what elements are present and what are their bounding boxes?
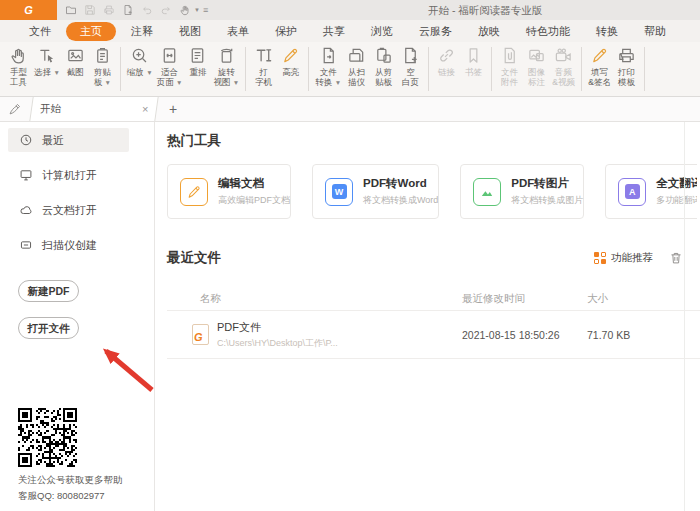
sidebar-item-label: 计算机打开 — [42, 168, 97, 183]
toolbar-zoom-button[interactable]: 缩放 ▼ — [125, 46, 155, 87]
open-file-button[interactable]: 打开文件 — [18, 317, 79, 339]
app-logo: G — [0, 0, 57, 20]
edit-document-icon — [180, 178, 208, 206]
feature-recommend-link[interactable]: 功能推荐 — [594, 251, 653, 265]
toolbar-from-clipboard-button[interactable]: 从剪 贴板 — [370, 46, 397, 87]
sidebar-item-recent[interactable]: 最近 — [8, 128, 129, 152]
window-title: 开始 - 福昕阅读器专业版 — [428, 4, 542, 18]
pdf-file-icon: G — [192, 324, 209, 345]
new-page-icon[interactable] — [122, 4, 134, 16]
toolbar-file-attachment-button[interactable]: 文件 附件 — [496, 46, 523, 87]
blank-page-icon — [401, 46, 420, 65]
card-edit-document[interactable]: 编辑文档 高效编辑PDF文档 — [167, 164, 291, 219]
close-icon[interactable]: × — [142, 103, 148, 115]
toolbar-audio-video-button[interactable]: 音频 &视频 — [550, 46, 577, 87]
toolbar-bookmark-button[interactable]: 书签 — [460, 46, 487, 77]
video-icon — [554, 46, 573, 65]
sidebar: 最近 计算机打开 云文档打开 扫描仪创建 新建PDF 打开文件 关注公众号获取更… — [0, 122, 155, 511]
save-icon[interactable] — [84, 4, 96, 16]
customize-toolbar-icon[interactable]: ≡ — [203, 5, 208, 15]
clipboard-icon — [93, 46, 112, 65]
column-name[interactable]: 名称 — [200, 292, 462, 306]
card-pdf-to-word[interactable]: W PDF转Word 将文档转换成Word — [312, 164, 439, 219]
toolbar-divider — [120, 47, 121, 91]
printer-icon — [617, 46, 636, 65]
menu-slideshow[interactable]: 放映 — [465, 22, 513, 41]
menu-form[interactable]: 表单 — [214, 22, 262, 41]
undo-icon[interactable] — [141, 4, 153, 16]
file-path: C:\Users\HY\Desktop\工作\P... — [217, 337, 338, 350]
menu-file[interactable]: 文件 — [16, 22, 64, 41]
menu-view[interactable]: 视图 — [166, 22, 214, 41]
pdf-to-image-icon — [473, 178, 501, 206]
menu-comment[interactable]: 注释 — [118, 22, 166, 41]
select-icon — [37, 46, 56, 65]
qr-code — [18, 408, 77, 467]
pencil-icon — [590, 46, 609, 65]
zoom-icon — [130, 46, 149, 65]
pen-icon[interactable] — [8, 102, 22, 116]
toolbar-divider — [245, 47, 246, 91]
toolbar-link-button[interactable]: 链接 — [433, 46, 460, 77]
dropdown-caret: ▼ — [335, 79, 341, 86]
monitor-icon — [19, 168, 33, 182]
toolbar-blank-page-button[interactable]: 空 白页 — [397, 46, 424, 87]
clipboard-page-icon — [374, 46, 393, 65]
trash-icon[interactable] — [669, 251, 683, 265]
toolbar-image-annotation-button[interactable]: 图像 标注 — [523, 46, 550, 87]
toolbar-from-scanner-button[interactable]: 从扫 描仪 — [343, 46, 370, 87]
new-tab-button[interactable]: + — [169, 101, 177, 117]
toolbar-clipboard-button[interactable]: 剪贴 板 ▼ — [89, 46, 116, 87]
sidebar-item-label: 最近 — [42, 133, 64, 148]
hand-tool-icon[interactable] — [179, 4, 191, 16]
toolbar-typewriter-button[interactable]: 打 字机 — [250, 46, 277, 87]
toolbar-file-convert-button[interactable]: 文件 转换 ▼ — [313, 46, 343, 87]
recent-files-title: 最近文件 — [167, 249, 221, 267]
sidebar-item-open-cloud[interactable]: 云文档打开 — [8, 198, 129, 222]
scanner-icon — [347, 46, 366, 65]
toolbar-snapshot-button[interactable]: 截图 — [62, 46, 89, 87]
toolbar-divider — [308, 47, 309, 91]
attachment-icon — [500, 46, 519, 65]
grid-icon — [594, 252, 606, 264]
toolbar-print-template-button[interactable]: 打印 模板 — [613, 46, 640, 87]
toolbar-hand-tool-button[interactable]: 手型 工具 — [5, 46, 32, 87]
quick-access-toolbar: ▼ ≡ — [65, 4, 208, 16]
open-file-icon[interactable] — [65, 4, 77, 16]
tab-start[interactable]: 开始 × — [29, 97, 158, 121]
ribbon-toolbar: 手型 工具 选择 ▼ 截图 剪贴 板 ▼ 缩放 ▼ 适合 页面 ▼ 重排 — [0, 42, 700, 97]
recent-files-header: 名称 最近修改时间 大小 — [167, 287, 700, 311]
sidebar-item-open-computer[interactable]: 计算机打开 — [8, 163, 129, 187]
sidebar-item-label: 扫描仪创建 — [42, 238, 97, 253]
card-pdf-to-image[interactable]: PDF转图片 将文档转换成图片 — [460, 164, 584, 219]
menu-cloud[interactable]: 云服务 — [406, 22, 465, 41]
chevron-down-icon[interactable]: ▼ — [194, 7, 200, 13]
menu-help[interactable]: 帮助 — [631, 22, 679, 41]
toolbar-fit-page-button[interactable]: 适合 页面 ▼ — [155, 46, 185, 87]
content-edge-line — [684, 122, 685, 511]
toolbar-fill-sign-button[interactable]: 填写 &签名 — [586, 46, 613, 87]
menu-browse[interactable]: 浏览 — [358, 22, 406, 41]
file-convert-icon — [319, 46, 338, 65]
new-pdf-button[interactable]: 新建PDF — [18, 280, 79, 302]
menu-share[interactable]: 共享 — [310, 22, 358, 41]
toolbar-rotate-view-button[interactable]: 旋转 视图 ▼ — [211, 46, 241, 87]
recent-file-row[interactable]: G PDF文件 C:\Users\HY\Desktop\工作\P... 2021… — [167, 311, 700, 359]
redo-icon[interactable] — [160, 4, 172, 16]
toolbar-reflow-button[interactable]: 重排 — [184, 46, 211, 87]
translate-icon: A — [618, 178, 646, 206]
menu-home[interactable]: 主页 — [66, 22, 116, 41]
sidebar-item-create-scanner[interactable]: 扫描仪创建 — [8, 233, 129, 257]
start-page-content: 热门工具 编辑文档 高效编辑PDF文档 W PDF转Word 将文档转换成Wor… — [155, 122, 700, 511]
menu-convert[interactable]: 转换 — [583, 22, 631, 41]
document-tab-bar: 开始 × + — [0, 97, 700, 122]
menu-features[interactable]: 特色功能 — [513, 22, 583, 41]
column-modified[interactable]: 最近修改时间 — [462, 292, 587, 306]
menu-protect[interactable]: 保护 — [262, 22, 310, 41]
toolbar-divider — [644, 47, 645, 91]
toolbar-select-button[interactable]: 选择 ▼ — [32, 46, 62, 87]
print-icon[interactable] — [103, 4, 115, 16]
toolbar-divider — [491, 47, 492, 91]
toolbar-highlight-button[interactable]: 高亮 — [277, 46, 304, 87]
cloud-icon — [19, 203, 33, 217]
